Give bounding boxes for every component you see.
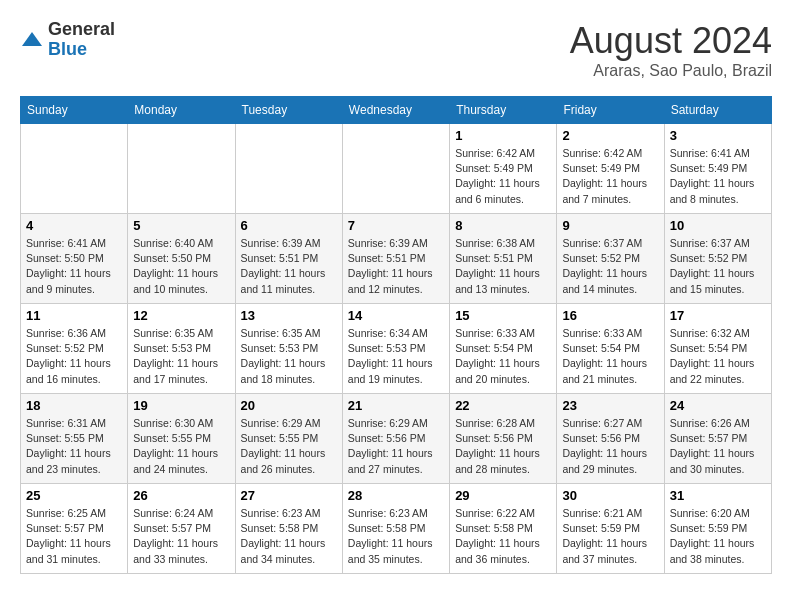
calendar-cell: 22Sunrise: 6:28 AMSunset: 5:56 PMDayligh… — [450, 394, 557, 484]
day-info: Sunrise: 6:29 AMSunset: 5:55 PMDaylight:… — [241, 416, 337, 477]
logo-text: General Blue — [48, 20, 115, 60]
location-text: Araras, Sao Paulo, Brazil — [570, 62, 772, 80]
day-info: Sunrise: 6:25 AMSunset: 5:57 PMDaylight:… — [26, 506, 122, 567]
day-number: 5 — [133, 218, 229, 233]
day-number: 28 — [348, 488, 444, 503]
day-info: Sunrise: 6:32 AMSunset: 5:54 PMDaylight:… — [670, 326, 766, 387]
calendar-cell: 8Sunrise: 6:38 AMSunset: 5:51 PMDaylight… — [450, 214, 557, 304]
calendar-cell: 21Sunrise: 6:29 AMSunset: 5:56 PMDayligh… — [342, 394, 449, 484]
day-number: 18 — [26, 398, 122, 413]
calendar-cell: 6Sunrise: 6:39 AMSunset: 5:51 PMDaylight… — [235, 214, 342, 304]
day-info: Sunrise: 6:39 AMSunset: 5:51 PMDaylight:… — [241, 236, 337, 297]
day-number: 24 — [670, 398, 766, 413]
day-number: 19 — [133, 398, 229, 413]
day-info: Sunrise: 6:36 AMSunset: 5:52 PMDaylight:… — [26, 326, 122, 387]
day-number: 9 — [562, 218, 658, 233]
weekday-header-row: SundayMondayTuesdayWednesdayThursdayFrid… — [21, 97, 772, 124]
day-number: 25 — [26, 488, 122, 503]
day-info: Sunrise: 6:37 AMSunset: 5:52 PMDaylight:… — [562, 236, 658, 297]
day-info: Sunrise: 6:24 AMSunset: 5:57 PMDaylight:… — [133, 506, 229, 567]
day-info: Sunrise: 6:28 AMSunset: 5:56 PMDaylight:… — [455, 416, 551, 477]
day-info: Sunrise: 6:37 AMSunset: 5:52 PMDaylight:… — [670, 236, 766, 297]
day-number: 27 — [241, 488, 337, 503]
day-info: Sunrise: 6:35 AMSunset: 5:53 PMDaylight:… — [133, 326, 229, 387]
day-info: Sunrise: 6:20 AMSunset: 5:59 PMDaylight:… — [670, 506, 766, 567]
day-info: Sunrise: 6:42 AMSunset: 5:49 PMDaylight:… — [455, 146, 551, 207]
calendar-cell: 31Sunrise: 6:20 AMSunset: 5:59 PMDayligh… — [664, 484, 771, 574]
day-number: 29 — [455, 488, 551, 503]
calendar-cell: 9Sunrise: 6:37 AMSunset: 5:52 PMDaylight… — [557, 214, 664, 304]
weekday-header-monday: Monday — [128, 97, 235, 124]
day-number: 12 — [133, 308, 229, 323]
day-info: Sunrise: 6:23 AMSunset: 5:58 PMDaylight:… — [241, 506, 337, 567]
logo-icon — [20, 28, 44, 52]
calendar-cell: 2Sunrise: 6:42 AMSunset: 5:49 PMDaylight… — [557, 124, 664, 214]
day-number: 31 — [670, 488, 766, 503]
day-number: 13 — [241, 308, 337, 323]
weekday-header-thursday: Thursday — [450, 97, 557, 124]
weekday-header-friday: Friday — [557, 97, 664, 124]
calendar-cell: 29Sunrise: 6:22 AMSunset: 5:58 PMDayligh… — [450, 484, 557, 574]
calendar-cell: 30Sunrise: 6:21 AMSunset: 5:59 PMDayligh… — [557, 484, 664, 574]
day-number: 26 — [133, 488, 229, 503]
calendar-cell: 13Sunrise: 6:35 AMSunset: 5:53 PMDayligh… — [235, 304, 342, 394]
day-number: 22 — [455, 398, 551, 413]
day-number: 17 — [670, 308, 766, 323]
day-info: Sunrise: 6:41 AMSunset: 5:49 PMDaylight:… — [670, 146, 766, 207]
day-number: 7 — [348, 218, 444, 233]
calendar-cell: 16Sunrise: 6:33 AMSunset: 5:54 PMDayligh… — [557, 304, 664, 394]
day-info: Sunrise: 6:38 AMSunset: 5:51 PMDaylight:… — [455, 236, 551, 297]
calendar-cell — [342, 124, 449, 214]
day-info: Sunrise: 6:33 AMSunset: 5:54 PMDaylight:… — [455, 326, 551, 387]
calendar-cell: 1Sunrise: 6:42 AMSunset: 5:49 PMDaylight… — [450, 124, 557, 214]
day-number: 23 — [562, 398, 658, 413]
logo: General Blue — [20, 20, 115, 60]
weekday-header-wednesday: Wednesday — [342, 97, 449, 124]
weekday-header-sunday: Sunday — [21, 97, 128, 124]
week-row-4: 18Sunrise: 6:31 AMSunset: 5:55 PMDayligh… — [21, 394, 772, 484]
calendar-cell: 12Sunrise: 6:35 AMSunset: 5:53 PMDayligh… — [128, 304, 235, 394]
day-info: Sunrise: 6:26 AMSunset: 5:57 PMDaylight:… — [670, 416, 766, 477]
logo-blue-text: Blue — [48, 40, 115, 60]
weekday-header-tuesday: Tuesday — [235, 97, 342, 124]
day-info: Sunrise: 6:35 AMSunset: 5:53 PMDaylight:… — [241, 326, 337, 387]
calendar-cell: 10Sunrise: 6:37 AMSunset: 5:52 PMDayligh… — [664, 214, 771, 304]
calendar-cell — [128, 124, 235, 214]
day-number: 6 — [241, 218, 337, 233]
day-number: 8 — [455, 218, 551, 233]
day-info: Sunrise: 6:23 AMSunset: 5:58 PMDaylight:… — [348, 506, 444, 567]
day-info: Sunrise: 6:34 AMSunset: 5:53 PMDaylight:… — [348, 326, 444, 387]
day-info: Sunrise: 6:29 AMSunset: 5:56 PMDaylight:… — [348, 416, 444, 477]
day-number: 14 — [348, 308, 444, 323]
day-number: 1 — [455, 128, 551, 143]
page-header: General Blue August 2024 Araras, Sao Pau… — [20, 20, 772, 80]
day-info: Sunrise: 6:42 AMSunset: 5:49 PMDaylight:… — [562, 146, 658, 207]
day-info: Sunrise: 6:30 AMSunset: 5:55 PMDaylight:… — [133, 416, 229, 477]
calendar-cell: 3Sunrise: 6:41 AMSunset: 5:49 PMDaylight… — [664, 124, 771, 214]
logo-general-text: General — [48, 20, 115, 40]
calendar-cell: 14Sunrise: 6:34 AMSunset: 5:53 PMDayligh… — [342, 304, 449, 394]
day-number: 16 — [562, 308, 658, 323]
calendar-cell — [235, 124, 342, 214]
day-info: Sunrise: 6:31 AMSunset: 5:55 PMDaylight:… — [26, 416, 122, 477]
day-info: Sunrise: 6:21 AMSunset: 5:59 PMDaylight:… — [562, 506, 658, 567]
day-number: 11 — [26, 308, 122, 323]
calendar-cell: 26Sunrise: 6:24 AMSunset: 5:57 PMDayligh… — [128, 484, 235, 574]
day-info: Sunrise: 6:40 AMSunset: 5:50 PMDaylight:… — [133, 236, 229, 297]
day-number: 3 — [670, 128, 766, 143]
calendar-cell: 20Sunrise: 6:29 AMSunset: 5:55 PMDayligh… — [235, 394, 342, 484]
calendar-cell: 5Sunrise: 6:40 AMSunset: 5:50 PMDaylight… — [128, 214, 235, 304]
day-info: Sunrise: 6:41 AMSunset: 5:50 PMDaylight:… — [26, 236, 122, 297]
calendar-cell — [21, 124, 128, 214]
calendar-cell: 17Sunrise: 6:32 AMSunset: 5:54 PMDayligh… — [664, 304, 771, 394]
calendar-cell: 15Sunrise: 6:33 AMSunset: 5:54 PMDayligh… — [450, 304, 557, 394]
day-number: 10 — [670, 218, 766, 233]
calendar-cell: 23Sunrise: 6:27 AMSunset: 5:56 PMDayligh… — [557, 394, 664, 484]
calendar-cell: 28Sunrise: 6:23 AMSunset: 5:58 PMDayligh… — [342, 484, 449, 574]
calendar-cell: 4Sunrise: 6:41 AMSunset: 5:50 PMDaylight… — [21, 214, 128, 304]
day-number: 2 — [562, 128, 658, 143]
day-info: Sunrise: 6:27 AMSunset: 5:56 PMDaylight:… — [562, 416, 658, 477]
day-info: Sunrise: 6:33 AMSunset: 5:54 PMDaylight:… — [562, 326, 658, 387]
day-info: Sunrise: 6:39 AMSunset: 5:51 PMDaylight:… — [348, 236, 444, 297]
calendar-cell: 7Sunrise: 6:39 AMSunset: 5:51 PMDaylight… — [342, 214, 449, 304]
